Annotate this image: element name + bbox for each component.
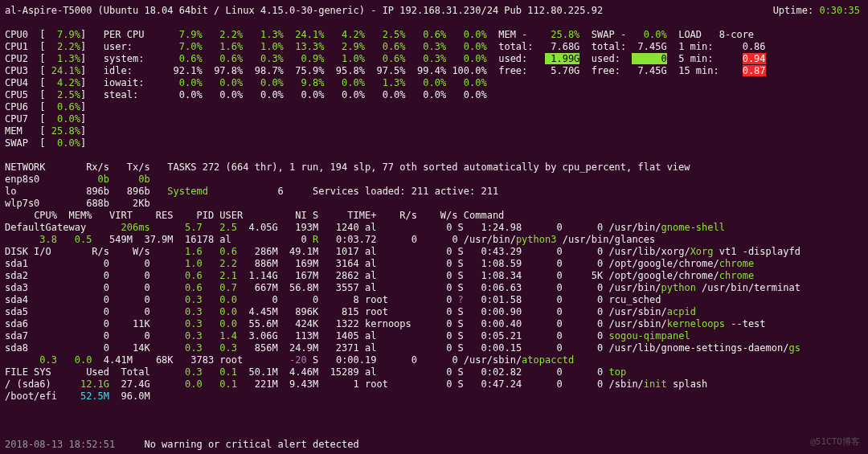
- body-row-19: /boot/efi 52.5M 96.0M: [5, 391, 863, 403]
- body-row-3: wlp7s0 688b 2Kb: [5, 198, 863, 210]
- top-row-4: CPU4 [ 4.2%] iowait: 0.0% 0.0% 0.0% 9.8%…: [5, 77, 863, 89]
- body-row-16: 0.3 0.0 4.41M 68K 3783 root -20 S 0:00.1…: [5, 354, 863, 366]
- body-row-9: sda2 0 0 0.6 2.1 1.14G 167M 2862 al 0 S …: [5, 270, 863, 282]
- top-row-9: SWAP [ 0.0%]: [5, 137, 863, 149]
- body-row-6: 3.8 0.5 549M 37.9M 16178 al 0 R 0:03.72 …: [5, 234, 863, 246]
- top-row-0: CPU0 [ 7.9%] PER CPU 7.9% 2.2% 1.3% 24.1…: [5, 29, 863, 41]
- body-row-1: enp8s0 0b 0b: [5, 174, 863, 186]
- body-row-11: sda4 0 0 0.3 0.0 0 0 8 root 0 ? 0:01.58 …: [5, 294, 863, 306]
- body-row-5: DefaultGateway 206ms 5.7 2.5 4.05G 193M …: [5, 222, 863, 234]
- top-row-5: CPU5 [ 2.5%] steal: 0.0% 0.0% 0.0% 0.0% …: [5, 89, 863, 101]
- top-row-2: CPU2 [ 1.3%] system: 0.6% 0.6% 0.3% 0.9%…: [5, 53, 863, 65]
- body-row-4: CPU% MEM% VIRT RES PID USER NI S TIME+ R…: [5, 210, 863, 222]
- body-row-13: sda6 0 11K 0.3 0.0 55.6M 424K 1322 kerno…: [5, 318, 863, 330]
- body-row-10: sda3 0 0 0.6 0.7 667M 56.8M 3557 al 0 S …: [5, 282, 863, 294]
- top-row-8: MEM [ 25.8%]: [5, 125, 863, 137]
- body-row-2: lo 896b 896b Systemd 6 Services loaded: …: [5, 186, 863, 198]
- top-row-7: CPU7 [ 0.0%]: [5, 113, 863, 125]
- body-row-8: sda1 0 0 1.0 2.2 886M 169M 3164 al 0 S 1…: [5, 258, 863, 270]
- status-bar: 2018-08-13 18:52:51 No warning or critic…: [5, 439, 359, 451]
- top-row-6: CPU6 [ 0.6%]: [5, 101, 863, 113]
- body-row-17: FILE SYS Used Total 0.3 0.1 50.1M 4.46M …: [5, 366, 863, 378]
- body-row-14: sda7 0 0 0.3 1.4 3.06G 113M 1405 al 0 S …: [5, 330, 863, 342]
- body-row-0: NETWORK Rx/s Tx/s TASKS 272 (664 thr), 1…: [5, 162, 863, 174]
- header: al-Aspire-T5000 (Ubuntu 18.04 64bit / Li…: [5, 5, 863, 17]
- body-row-15: sda8 0 14K 0.3 0.3 856M 24.9M 2371 al 0 …: [5, 342, 863, 354]
- top-row-1: CPU1 [ 2.2%] user: 7.0% 1.6% 1.0% 13.3% …: [5, 41, 863, 53]
- body-row-18: / (sda6) 12.1G 27.4G 0.0 0.1 221M 9.43M …: [5, 378, 863, 391]
- watermark: @51CTO博客: [810, 436, 860, 448]
- body-row-7: DISK I/O R/s W/s 1.6 0.6 286M 49.1M 1017…: [5, 246, 863, 258]
- body-row-12: sda5 0 0 0.3 0.0 4.45M 896K 815 root 0 S…: [5, 306, 863, 318]
- top-row-3: CPU3 [ 24.1%] idle: 92.1% 97.8% 98.7% 75…: [5, 65, 863, 77]
